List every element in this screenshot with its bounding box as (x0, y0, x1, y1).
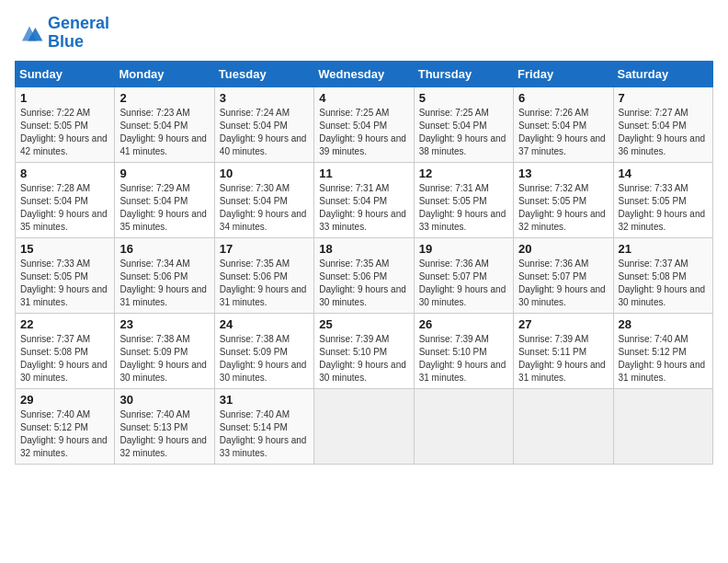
calendar-cell: 25 Sunrise: 7:39 AM Sunset: 5:10 PM Dayl… (314, 313, 414, 388)
day-number: 7 (619, 91, 708, 105)
col-header-tuesday: Tuesday (214, 61, 313, 86)
day-detail: Sunrise: 7:27 AM Sunset: 5:04 PM Dayligh… (619, 107, 708, 158)
day-detail: Sunrise: 7:25 AM Sunset: 5:04 PM Dayligh… (319, 107, 408, 158)
calendar-cell: 28 Sunrise: 7:40 AM Sunset: 5:12 PM Dayl… (613, 313, 712, 388)
day-number: 8 (20, 167, 109, 180)
calendar-cell: 29 Sunrise: 7:40 AM Sunset: 5:12 PM Dayl… (16, 388, 115, 464)
calendar-cell: 19 Sunrise: 7:36 AM Sunset: 5:07 PM Dayl… (414, 237, 513, 313)
calendar-cell: 14 Sunrise: 7:33 AM Sunset: 5:05 PM Dayl… (613, 162, 712, 237)
calendar-week-2: 15 Sunrise: 7:33 AM Sunset: 5:05 PM Dayl… (16, 237, 713, 313)
day-number: 31 (220, 393, 309, 407)
day-detail: Sunrise: 7:40 AM Sunset: 5:14 PM Dayligh… (220, 408, 309, 460)
calendar-cell: 3 Sunrise: 7:24 AM Sunset: 5:04 PM Dayli… (214, 86, 313, 162)
day-number: 16 (119, 242, 209, 256)
calendar-week-1: 8 Sunrise: 7:28 AM Sunset: 5:04 PM Dayli… (16, 162, 713, 237)
day-detail: Sunrise: 7:22 AM Sunset: 5:05 PM Dayligh… (20, 107, 109, 158)
col-header-monday: Monday (115, 61, 214, 86)
day-detail: Sunrise: 7:31 AM Sunset: 5:04 PM Dayligh… (319, 182, 408, 234)
day-detail: Sunrise: 7:32 AM Sunset: 5:05 PM Dayligh… (518, 182, 608, 234)
calendar-week-4: 29 Sunrise: 7:40 AM Sunset: 5:12 PM Dayl… (16, 388, 713, 464)
calendar-cell (514, 388, 613, 464)
calendar-cell: 20 Sunrise: 7:36 AM Sunset: 5:07 PM Dayl… (514, 237, 613, 313)
calendar-cell: 31 Sunrise: 7:40 AM Sunset: 5:14 PM Dayl… (214, 388, 313, 464)
day-detail: Sunrise: 7:36 AM Sunset: 5:07 PM Dayligh… (518, 258, 608, 309)
day-detail: Sunrise: 7:40 AM Sunset: 5:12 PM Dayligh… (20, 408, 109, 460)
calendar-cell: 15 Sunrise: 7:33 AM Sunset: 5:05 PM Dayl… (16, 237, 115, 313)
day-number: 20 (518, 242, 608, 256)
col-header-saturday: Saturday (613, 61, 712, 86)
calendar-cell: 27 Sunrise: 7:39 AM Sunset: 5:11 PM Dayl… (514, 313, 613, 388)
calendar-cell: 21 Sunrise: 7:37 AM Sunset: 5:08 PM Dayl… (613, 237, 712, 313)
day-number: 5 (419, 91, 508, 105)
day-detail: Sunrise: 7:38 AM Sunset: 5:09 PM Dayligh… (220, 333, 309, 385)
calendar-cell (314, 388, 414, 464)
calendar-cell: 10 Sunrise: 7:30 AM Sunset: 5:04 PM Dayl… (214, 162, 313, 237)
day-detail: Sunrise: 7:33 AM Sunset: 5:05 PM Dayligh… (20, 258, 109, 309)
calendar-cell: 7 Sunrise: 7:27 AM Sunset: 5:04 PM Dayli… (613, 86, 712, 162)
day-detail: Sunrise: 7:31 AM Sunset: 5:05 PM Dayligh… (419, 182, 508, 234)
day-number: 9 (119, 167, 209, 180)
day-number: 3 (220, 91, 309, 105)
calendar-cell: 9 Sunrise: 7:29 AM Sunset: 5:04 PM Dayli… (115, 162, 214, 237)
calendar-cell: 8 Sunrise: 7:28 AM Sunset: 5:04 PM Dayli… (16, 162, 115, 237)
logo: General Blue (15, 15, 109, 52)
header: General Blue (15, 15, 713, 52)
day-number: 10 (220, 167, 309, 180)
calendar-cell: 30 Sunrise: 7:40 AM Sunset: 5:13 PM Dayl… (115, 388, 214, 464)
day-number: 15 (20, 242, 109, 256)
day-detail: Sunrise: 7:37 AM Sunset: 5:08 PM Dayligh… (619, 258, 708, 309)
col-header-friday: Friday (514, 61, 613, 86)
calendar-cell (414, 388, 513, 464)
logo-text: General Blue (48, 15, 109, 52)
col-header-sunday: Sunday (16, 61, 115, 86)
day-number: 28 (619, 317, 708, 331)
day-number: 1 (20, 91, 109, 105)
calendar-week-0: 1 Sunrise: 7:22 AM Sunset: 5:05 PM Dayli… (16, 86, 713, 162)
day-detail: Sunrise: 7:23 AM Sunset: 5:04 PM Dayligh… (119, 107, 209, 158)
day-detail: Sunrise: 7:40 AM Sunset: 5:13 PM Dayligh… (119, 408, 209, 460)
day-number: 2 (119, 91, 209, 105)
col-header-thursday: Thursday (414, 61, 513, 86)
day-detail: Sunrise: 7:35 AM Sunset: 5:06 PM Dayligh… (220, 258, 309, 309)
day-number: 18 (319, 242, 408, 256)
calendar-cell: 11 Sunrise: 7:31 AM Sunset: 5:04 PM Dayl… (314, 162, 414, 237)
day-detail: Sunrise: 7:37 AM Sunset: 5:08 PM Dayligh… (20, 333, 109, 385)
day-detail: Sunrise: 7:36 AM Sunset: 5:07 PM Dayligh… (419, 258, 508, 309)
calendar-table: SundayMondayTuesdayWednesdayThursdayFrid… (15, 61, 713, 465)
calendar-cell (613, 388, 712, 464)
calendar-cell: 2 Sunrise: 7:23 AM Sunset: 5:04 PM Dayli… (115, 86, 214, 162)
day-number: 27 (518, 317, 608, 331)
calendar-cell: 5 Sunrise: 7:25 AM Sunset: 5:04 PM Dayli… (414, 86, 513, 162)
day-detail: Sunrise: 7:40 AM Sunset: 5:12 PM Dayligh… (619, 333, 708, 385)
day-number: 29 (20, 393, 109, 407)
day-detail: Sunrise: 7:29 AM Sunset: 5:04 PM Dayligh… (119, 182, 209, 234)
day-number: 24 (220, 317, 309, 331)
day-detail: Sunrise: 7:39 AM Sunset: 5:10 PM Dayligh… (419, 333, 508, 385)
calendar-cell: 17 Sunrise: 7:35 AM Sunset: 5:06 PM Dayl… (214, 237, 313, 313)
day-detail: Sunrise: 7:39 AM Sunset: 5:10 PM Dayligh… (319, 333, 408, 385)
calendar-cell: 13 Sunrise: 7:32 AM Sunset: 5:05 PM Dayl… (514, 162, 613, 237)
day-number: 23 (119, 317, 209, 331)
day-detail: Sunrise: 7:25 AM Sunset: 5:04 PM Dayligh… (419, 107, 508, 158)
day-number: 26 (419, 317, 508, 331)
calendar-cell: 18 Sunrise: 7:35 AM Sunset: 5:06 PM Dayl… (314, 237, 414, 313)
calendar-week-3: 22 Sunrise: 7:37 AM Sunset: 5:08 PM Dayl… (16, 313, 713, 388)
calendar-cell: 24 Sunrise: 7:38 AM Sunset: 5:09 PM Dayl… (214, 313, 313, 388)
calendar-cell: 22 Sunrise: 7:37 AM Sunset: 5:08 PM Dayl… (16, 313, 115, 388)
day-detail: Sunrise: 7:38 AM Sunset: 5:09 PM Dayligh… (119, 333, 209, 385)
calendar-cell: 23 Sunrise: 7:38 AM Sunset: 5:09 PM Dayl… (115, 313, 214, 388)
logo-icon (15, 20, 44, 46)
calendar-cell: 16 Sunrise: 7:34 AM Sunset: 5:06 PM Dayl… (115, 237, 214, 313)
day-detail: Sunrise: 7:39 AM Sunset: 5:11 PM Dayligh… (518, 333, 608, 385)
day-detail: Sunrise: 7:33 AM Sunset: 5:05 PM Dayligh… (619, 182, 708, 234)
day-number: 4 (319, 91, 408, 105)
day-number: 14 (619, 167, 708, 180)
day-number: 12 (419, 167, 508, 180)
day-detail: Sunrise: 7:30 AM Sunset: 5:04 PM Dayligh… (220, 182, 309, 234)
day-number: 30 (119, 393, 209, 407)
day-detail: Sunrise: 7:26 AM Sunset: 5:04 PM Dayligh… (518, 107, 608, 158)
calendar-cell: 12 Sunrise: 7:31 AM Sunset: 5:05 PM Dayl… (414, 162, 513, 237)
day-number: 25 (319, 317, 408, 331)
day-number: 19 (419, 242, 508, 256)
col-header-wednesday: Wednesday (314, 61, 414, 86)
